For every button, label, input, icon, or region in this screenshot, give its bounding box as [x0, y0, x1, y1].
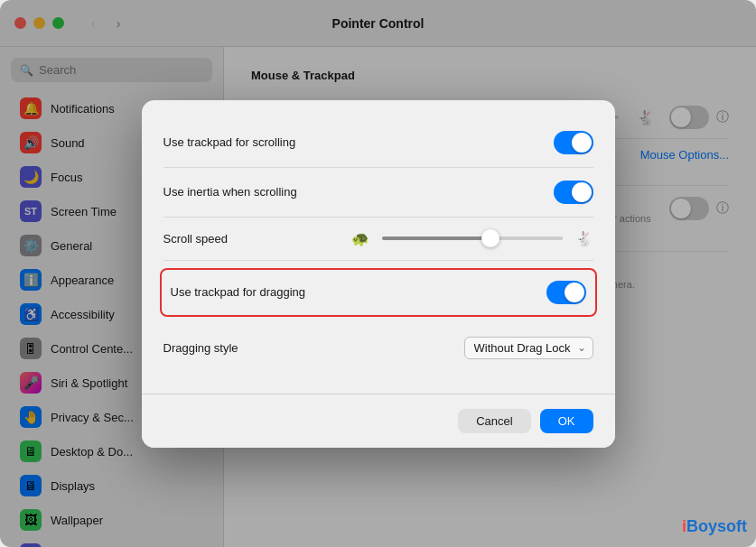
- modal-row-dragging: Use trackpad for dragging: [160, 268, 597, 317]
- toggle-inertia[interactable]: [554, 181, 593, 204]
- modal-overlay: Use trackpad for scrolling Use inertia w…: [0, 0, 756, 547]
- dragging-style-label: Dragging style: [163, 341, 464, 355]
- scroll-speed-control: 🐢 🐇: [351, 230, 593, 247]
- modal-row-inertia: Use inertia when scrolling: [163, 168, 593, 218]
- dragging-style-dropdown-wrapper: Without Drag Lock With Drag Lock Three F…: [464, 337, 593, 359]
- toggle-dragging[interactable]: [546, 281, 586, 304]
- dragging-style-row: Dragging style Without Drag Lock With Dr…: [163, 324, 593, 372]
- modal-dialog: Use trackpad for scrolling Use inertia w…: [142, 100, 615, 448]
- modal-label-scroll-speed: Scroll speed: [163, 232, 351, 246]
- modal-body: Use trackpad for scrolling Use inertia w…: [142, 100, 615, 394]
- modal-label-inertia: Use inertia when scrolling: [163, 185, 554, 199]
- modal-label-scrolling: Use trackpad for scrolling: [163, 135, 554, 149]
- scroll-speed-slider[interactable]: [382, 236, 563, 240]
- toggle-inertia-knob: [572, 182, 592, 202]
- scroll-speed-thumb[interactable]: [481, 229, 499, 247]
- ok-button[interactable]: OK: [540, 409, 593, 433]
- scroll-slow-icon: 🐢: [351, 230, 369, 247]
- modal-footer: Cancel OK: [142, 394, 615, 448]
- main-window: ‹ › Pointer Control 🔍 🔔 Notifications 🔊 …: [0, 0, 756, 547]
- toggle-dragging-knob: [565, 283, 584, 302]
- dragging-style-select[interactable]: Without Drag Lock With Drag Lock Three F…: [464, 337, 593, 359]
- scroll-fast-icon: 🐇: [575, 230, 593, 247]
- modal-row-scroll-speed: Scroll speed 🐢 🐇: [163, 218, 593, 261]
- modal-row-scrolling: Use trackpad for scrolling: [163, 118, 593, 168]
- toggle-scrolling[interactable]: [554, 131, 593, 154]
- modal-label-dragging: Use trackpad for dragging: [171, 285, 546, 299]
- toggle-scrolling-knob: [572, 133, 592, 153]
- cancel-button[interactable]: Cancel: [458, 409, 530, 433]
